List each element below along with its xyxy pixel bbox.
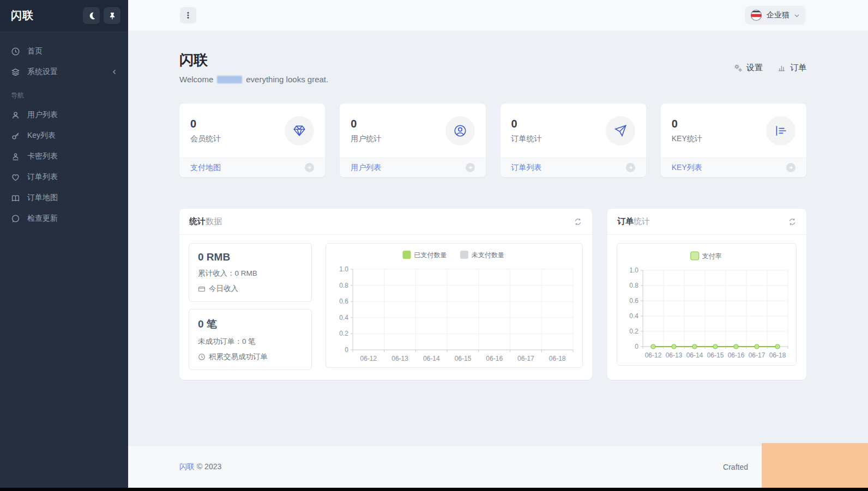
footer-brand-link[interactable]: 闪联 <box>179 462 195 471</box>
svg-text:0: 0 <box>345 346 348 354</box>
card-footer-link-key-list[interactable]: KEY列表 <box>661 157 806 177</box>
svg-text:06-18: 06-18 <box>769 351 786 359</box>
svg-text:06-13: 06-13 <box>391 355 408 362</box>
stats-data-panel: 统计数据 0 RMB 累计收入：0 RMB <box>179 209 592 380</box>
sidebar-item-label: Key列表 <box>27 131 117 141</box>
avatar <box>750 9 762 21</box>
sidebar: 闪联 首页 系统设 <box>0 0 128 488</box>
refresh-icon[interactable] <box>788 217 797 226</box>
stat-label: 订单统计 <box>511 134 542 144</box>
svg-text:1.0: 1.0 <box>629 266 638 274</box>
seal-icon <box>11 152 20 161</box>
arrow-right-icon <box>305 163 314 172</box>
card-footer-link-user-list[interactable]: 用户列表 <box>340 157 485 177</box>
panels-row: 统计数据 0 RMB 累计收入：0 RMB <box>179 209 806 380</box>
svg-text:06-13: 06-13 <box>666 351 683 359</box>
orders-button[interactable]: 订单 <box>777 63 806 73</box>
svg-text:支付率: 支付率 <box>702 252 722 260</box>
svg-text:0.8: 0.8 <box>339 281 348 289</box>
paper-plane-icon <box>606 116 635 146</box>
user-circle-icon <box>445 116 475 146</box>
income-value: 0 RMB <box>198 251 303 263</box>
key-icon <box>11 131 20 141</box>
map-icon <box>11 193 20 203</box>
svg-text:0: 0 <box>635 343 638 350</box>
user-icon <box>11 111 20 120</box>
sidebar-item-card-key-list[interactable]: 卡密列表 <box>0 146 128 167</box>
topbar-menu-button[interactable] <box>180 7 196 23</box>
sidebar-item-key-list[interactable]: Key列表 <box>0 125 128 146</box>
welcome-message: Welcome everything looks great. <box>179 75 328 84</box>
orders-success: 积累交易成功订单 <box>198 352 303 362</box>
main-area: 企业猫 闪联 Welcome everything looks great. <box>128 0 868 488</box>
sidebar-item-label: 系统设置 <box>27 67 105 77</box>
sidebar-item-order-map[interactable]: 订单地图 <box>0 187 128 208</box>
svg-text:0.2: 0.2 <box>339 330 348 337</box>
arrow-right-icon <box>626 163 635 172</box>
chevron-down-icon <box>794 13 800 19</box>
order-stats-panel: 订单统计 00.20.40.60.81.006-1206-1306-1406-1… <box>607 209 806 380</box>
heart-icon <box>11 173 20 182</box>
user-name: 企业猫 <box>767 10 789 20</box>
moon-icon <box>87 11 96 20</box>
sidebar-item-user-list[interactable]: 用户列表 <box>0 105 128 125</box>
footer-credit: Crafted <box>723 463 748 471</box>
page-head: 闪联 Welcome everything looks great. 设置 <box>179 51 806 84</box>
refresh-icon[interactable] <box>574 217 582 226</box>
bottom-strip <box>0 488 868 491</box>
topbar: 企业猫 <box>128 0 868 31</box>
svg-text:0.4: 0.4 <box>629 312 638 320</box>
card-footer-link-order-list[interactable]: 订单列表 <box>501 157 646 177</box>
sidebar-item-label: 首页 <box>27 46 117 56</box>
sidebar-item-check-update[interactable]: 检查更新 <box>0 208 128 229</box>
bar-chart-icon <box>777 63 786 72</box>
svg-text:0.6: 0.6 <box>339 298 348 305</box>
pin-sidebar-button[interactable] <box>104 7 120 24</box>
stat-label: 用户统计 <box>351 134 381 144</box>
stat-card-users: 0 用户统计 用户列表 <box>340 104 485 177</box>
page-title: 闪联 <box>179 51 328 70</box>
redacted-username <box>217 76 242 83</box>
svg-text:未支付数量: 未支付数量 <box>472 251 504 259</box>
stat-value: 0 <box>672 118 702 130</box>
gears-icon <box>733 63 743 72</box>
svg-text:0.8: 0.8 <box>629 282 638 289</box>
overlay-rectangle <box>762 443 868 488</box>
svg-text:06-17: 06-17 <box>517 355 534 362</box>
sidebar-item-home[interactable]: 首页 <box>0 41 128 62</box>
stat-value: 0 <box>190 118 221 130</box>
stat-value: 0 <box>351 118 381 130</box>
stat-card-members: 0 会员统计 支付地图 <box>179 104 325 177</box>
settings-button[interactable]: 设置 <box>733 63 763 73</box>
user-menu-button[interactable]: 企业猫 <box>745 6 805 25</box>
stat-label: KEY统计 <box>672 134 702 144</box>
svg-text:06-16: 06-16 <box>486 355 503 362</box>
sidebar-item-system-settings[interactable]: 系统设置 <box>0 62 128 82</box>
sidebar-item-order-list[interactable]: 订单列表 <box>0 167 128 187</box>
svg-text:06-14: 06-14 <box>423 355 440 362</box>
unsuccessful-orders-box: 0 笔 未成功订单：0 笔 积累交易成功订单 <box>189 309 312 370</box>
payment-rate-chart: 00.20.40.60.81.006-1206-1306-1406-1506-1… <box>617 243 797 366</box>
income-line: 累计收入：0 RMB <box>198 269 303 278</box>
stat-label: 会员统计 <box>190 134 221 144</box>
dots-vertical-icon <box>184 11 192 20</box>
panel-title: 统计数据 <box>189 216 222 227</box>
orders-line: 未成功订单：0 笔 <box>198 337 303 347</box>
clock-icon <box>198 353 206 361</box>
gem-icon <box>285 116 314 146</box>
svg-text:0.4: 0.4 <box>339 313 348 321</box>
svg-text:06-15: 06-15 <box>707 351 724 359</box>
sidebar-item-label: 用户列表 <box>27 110 117 120</box>
head-actions: 设置 订单 <box>733 63 806 73</box>
stat-value: 0 <box>511 118 542 130</box>
theme-toggle-button[interactable] <box>83 7 100 24</box>
stats-col: 0 RMB 累计收入：0 RMB 今日收入 0 笔 <box>189 243 312 370</box>
chart-bars-icon <box>766 116 795 146</box>
sidebar-nav: 首页 系统设置 导航 用户列表 <box>0 31 128 229</box>
svg-text:0.2: 0.2 <box>629 328 638 335</box>
svg-text:06-16: 06-16 <box>728 351 745 359</box>
footer-copyright: 闪联 © 2023 <box>179 462 221 472</box>
svg-text:06-17: 06-17 <box>749 351 765 359</box>
card-footer-link-payment-map[interactable]: 支付地图 <box>179 157 325 177</box>
chevron-left-icon <box>112 69 117 75</box>
